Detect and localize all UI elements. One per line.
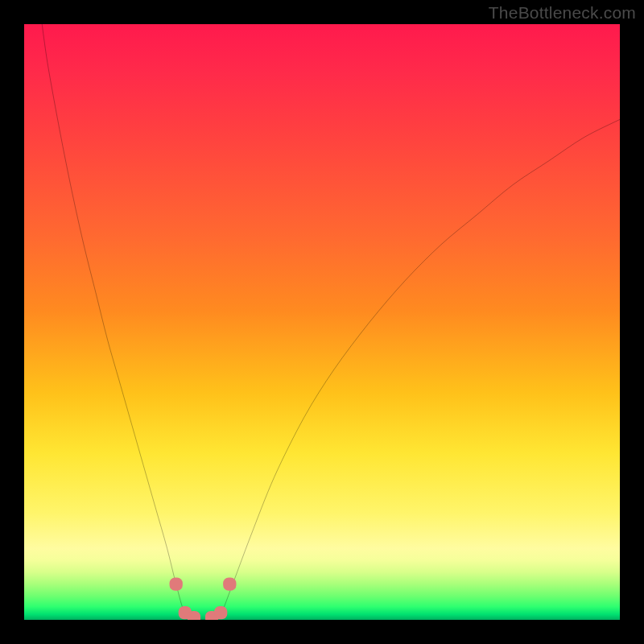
trough-marker xyxy=(214,606,227,619)
chart-frame: TheBottleneck.com xyxy=(0,0,644,644)
watermark-text: TheBottleneck.com xyxy=(489,3,636,23)
trough-markers xyxy=(170,577,237,620)
trough-marker xyxy=(223,577,236,590)
curve-layer xyxy=(24,24,620,620)
bottleneck-curve xyxy=(42,24,620,620)
trough-marker xyxy=(188,611,200,620)
trough-marker xyxy=(170,577,183,590)
curve-path xyxy=(42,24,620,620)
plot-area xyxy=(24,24,620,620)
